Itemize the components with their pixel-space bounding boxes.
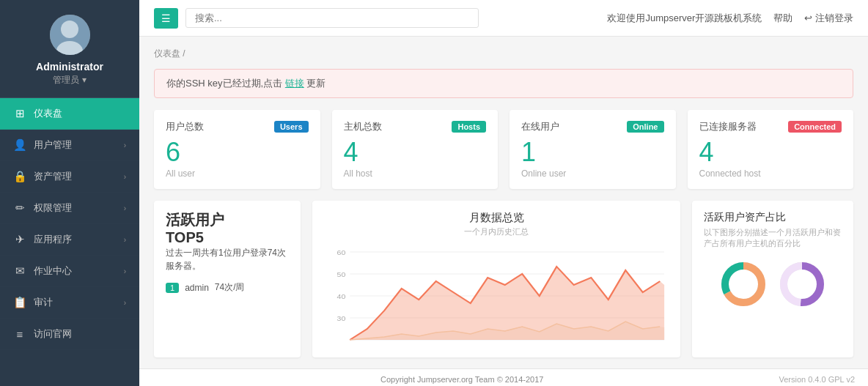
active-users-desc: 过去一周共有1位用户登录74次服务器。: [166, 246, 289, 272]
stat-badge-connected: Connected: [788, 121, 842, 133]
svg-text:60: 60: [337, 249, 346, 256]
chevron-right-icon-6: ›: [124, 299, 126, 307]
stat-label-hosts: All host: [344, 168, 487, 179]
apps-icon: ✈: [13, 233, 26, 246]
sidebar-label-work-center: 作业中心: [34, 264, 72, 278]
sidebar-label-asset-mgmt: 资产管理: [34, 170, 72, 183]
chevron-right-icon-4: ›: [124, 236, 126, 244]
svg-point-1: [61, 21, 78, 38]
chart-area: 60 50 40 30: [324, 245, 669, 347]
stat-badge-hosts: Hosts: [452, 121, 486, 133]
stat-card-online: 在线用户 Online 1 Online user: [510, 110, 676, 189]
sidebar-label-visit-site: 访问官网: [34, 327, 72, 341]
breadcrumb: 仪表盘 /: [154, 48, 853, 60]
rank-name: admin: [185, 283, 209, 293]
sidebar-item-user-mgmt[interactable]: 👤 用户管理 ›: [0, 130, 139, 161]
stat-title-hosts: 主机总数: [344, 120, 382, 133]
profile-name: Administrator: [36, 61, 103, 73]
dashboard-icon: ⊞: [13, 107, 26, 120]
version-text: Version 0.4.0 GPL v2: [779, 375, 855, 384]
rank-count: 74次/周: [215, 281, 245, 294]
stat-number-connected: 4: [699, 139, 842, 166]
ssh-alert-text-after: 更新: [304, 78, 326, 89]
stats-row: 用户总数 Users 6 All user 主机总数 Hosts 4 All h…: [154, 110, 853, 189]
sidebar-label-user-mgmt: 用户管理: [34, 138, 72, 152]
ssh-alert-text: 你的SSH key已经过期,点击: [166, 78, 285, 89]
sidebar-nav: ⊞ 仪表盘 👤 用户管理 › 🔒 资产管理 › ✏: [0, 98, 139, 386]
chevron-right-icon-5: ›: [124, 267, 126, 275]
stat-number-users: 6: [166, 139, 309, 166]
stat-badge-users: Users: [274, 121, 309, 133]
perm-mgmt-icon: ✏: [13, 201, 26, 215]
avatar: [50, 15, 90, 55]
help-link[interactable]: 帮助: [773, 12, 792, 25]
copyright-text: Copyright Jumpserver.org Team © 2014-201…: [380, 375, 544, 384]
main-content: 仪表盘 / 你的SSH key已经过期,点击 链接 更新 用户总数 Users …: [139, 37, 868, 386]
topbar: ☰ 欢迎使用Jumpserver开源跳板机系统 帮助 ↩ 注销登录: [139, 0, 868, 37]
donut-title: 活跃用户资产占比: [704, 211, 842, 224]
stat-title-online: 在线用户: [521, 120, 559, 133]
donut-svg-2: [776, 259, 828, 310]
svg-text:50: 50: [337, 271, 346, 278]
stat-card-users: 用户总数 Users 6 All user: [154, 110, 320, 189]
sidebar: Administrator 管理员 ⊞ 仪表盘 👤 用户管理 › 🔒: [0, 0, 139, 386]
stat-label-connected: Connected host: [699, 168, 842, 179]
menu-toggle-button[interactable]: ☰: [154, 8, 178, 29]
sidebar-label-perm-mgmt: 权限管理: [34, 201, 72, 215]
donuts-row: [704, 259, 842, 310]
topbar-right: 欢迎使用Jumpserver开源跳板机系统 帮助 ↩ 注销登录: [607, 12, 853, 25]
user-mgmt-icon: 👤: [13, 138, 26, 152]
sidebar-label-dashboard: 仪表盘: [34, 107, 62, 120]
profile-section: Administrator 管理员: [0, 0, 139, 98]
logout-button[interactable]: ↩ 注销登录: [804, 12, 853, 25]
chevron-right-icon-2: ›: [124, 173, 126, 181]
work-center-icon: ✉: [13, 264, 26, 278]
bottom-section: 活跃用户 TOP5 过去一周共有1位用户登录74次服务器。 1 admin 74…: [154, 201, 853, 357]
sidebar-item-apps[interactable]: ✈ 应用程序 ›: [0, 224, 139, 256]
visit-site-icon: ≡: [13, 328, 26, 341]
line-chart-svg: 60 50 40 30: [324, 245, 669, 347]
svg-text:30: 30: [337, 315, 346, 322]
stat-card-hosts: 主机总数 Hosts 4 All host: [332, 110, 499, 189]
ssh-alert: 你的SSH key已经过期,点击 链接 更新: [154, 69, 853, 98]
user-rank-item: 1 admin 74次/周: [166, 281, 289, 294]
sidebar-item-audit[interactable]: 📋 审计 ›: [0, 287, 139, 319]
active-users-title: 活跃用户 TOP5: [166, 211, 289, 246]
sidebar-item-dashboard[interactable]: ⊞ 仪表盘: [0, 98, 139, 130]
stat-card-connected: 已连接服务器 Connected 4 Connected host: [688, 110, 854, 189]
stat-label-online: Online user: [521, 168, 664, 179]
donut-item-2: [776, 259, 828, 310]
rank-badge: 1: [166, 283, 179, 293]
stat-number-online: 1: [521, 139, 664, 166]
donut-chart-panel: 活跃用户资产占比 以下图形分别描述一个月活跃用户和资产占所有用户主机的百分比: [692, 201, 853, 357]
chart-subtitle: 一个月内历史汇总: [324, 226, 669, 237]
active-users-panel: 活跃用户 TOP5 过去一周共有1位用户登录74次服务器。 1 admin 74…: [154, 201, 301, 357]
chevron-right-icon-3: ›: [124, 204, 126, 212]
chart-title: 月数据总览: [324, 211, 669, 225]
stat-title-connected: 已连接服务器: [699, 120, 757, 133]
sidebar-item-asset-mgmt[interactable]: 🔒 资产管理 ›: [0, 161, 139, 193]
stat-badge-online: Online: [627, 121, 663, 133]
donut-desc: 以下图形分别描述一个月活跃用户和资产占所有用户主机的百分比: [704, 227, 842, 250]
profile-role: 管理员: [53, 74, 86, 86]
sidebar-item-visit-site[interactable]: ≡ 访问官网: [0, 319, 139, 350]
welcome-text: 欢迎使用Jumpserver开源跳板机系统: [607, 12, 762, 25]
audit-icon: 📋: [13, 296, 26, 309]
sidebar-label-audit: 审计: [34, 296, 53, 309]
ssh-alert-link[interactable]: 链接: [285, 78, 304, 89]
search-input[interactable]: [185, 8, 479, 28]
stat-label-users: All user: [166, 168, 309, 179]
monthly-chart-panel: 月数据总览 一个月内历史汇总 60: [312, 201, 680, 357]
chevron-right-icon: ›: [124, 141, 126, 149]
stat-number-hosts: 4: [344, 139, 487, 166]
stat-title-users: 用户总数: [166, 120, 204, 133]
sidebar-item-perm-mgmt[interactable]: ✏ 权限管理 ›: [0, 193, 139, 224]
sidebar-label-apps: 应用程序: [34, 233, 72, 246]
sidebar-item-work-center[interactable]: ✉ 作业中心 ›: [0, 256, 139, 287]
donut-svg-1: [718, 259, 769, 310]
asset-mgmt-icon: 🔒: [13, 170, 26, 183]
svg-text:40: 40: [337, 293, 346, 300]
donut-item-1: [718, 259, 769, 310]
footer: Copyright Jumpserver.org Team © 2014-201…: [139, 368, 868, 386]
